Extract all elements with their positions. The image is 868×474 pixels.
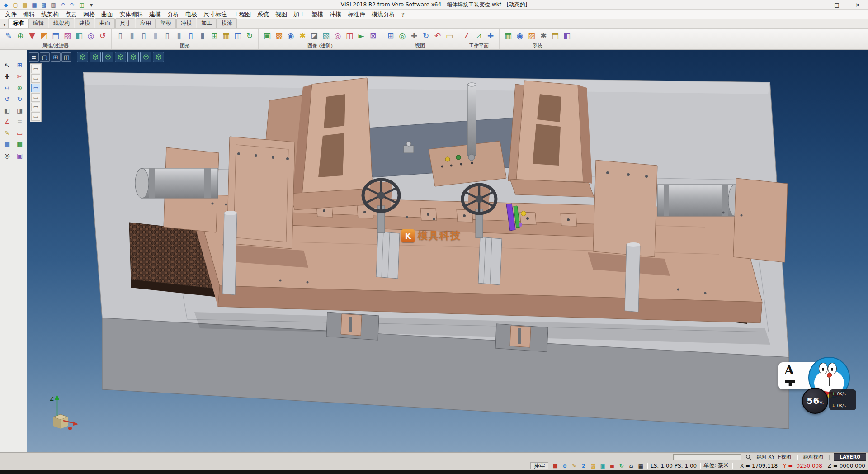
menu-item[interactable]: 冲模 xyxy=(326,9,344,19)
new-file-icon[interactable]: ▢ xyxy=(11,1,20,9)
pan-icon[interactable]: ✚ xyxy=(409,30,420,42)
previous-view-icon[interactable]: ↶ xyxy=(432,30,443,42)
trim-icon[interactable]: ✂ xyxy=(14,71,26,81)
save-icon[interactable]: ▦ xyxy=(30,1,39,9)
material-icon[interactable]: ◉ xyxy=(285,30,296,42)
vertical-cylinder[interactable] xyxy=(467,83,476,161)
highlight-display-icon[interactable]: ▯ xyxy=(185,30,196,42)
search-icon[interactable] xyxy=(744,454,753,460)
filter-reset-icon[interactable]: ↺ xyxy=(97,30,108,42)
windows-taskbar[interactable] xyxy=(0,470,868,474)
ribbon-tab[interactable]: 线架构 xyxy=(49,18,74,28)
shadow-icon[interactable]: ◪ xyxy=(309,30,320,42)
3d-model[interactable]: Z xyxy=(27,50,868,453)
settings-icon[interactable]: ▦ xyxy=(503,30,514,42)
zoom-fit-icon[interactable]: ◎ xyxy=(397,30,408,42)
view-mode-button[interactable]: 绝对 XY 上视图 xyxy=(753,453,795,461)
background-icon[interactable]: ▧ xyxy=(321,30,331,42)
ribbon-tab[interactable]: 冲模 xyxy=(176,18,196,28)
regen-icon[interactable]: ↻ xyxy=(618,462,626,469)
view-cube-icon-3[interactable] xyxy=(102,52,113,62)
texture-icon[interactable]: ▩ xyxy=(274,30,284,42)
menu-item[interactable]: 视图 xyxy=(272,9,290,19)
annotate-icon[interactable]: ✎ xyxy=(570,462,578,469)
zoom-window-icon[interactable]: ⊞ xyxy=(385,30,396,42)
ribbon-tab[interactable]: 尺寸 xyxy=(115,18,135,28)
light-icon[interactable]: ✱ xyxy=(297,30,308,42)
select-box-icon[interactable]: ⊞ xyxy=(14,60,26,70)
mini-view-icon-4[interactable]: ▭ xyxy=(31,93,40,102)
workplane-entity-icon[interactable]: ⊿ xyxy=(473,30,484,42)
app-icon[interactable]: ◆ xyxy=(1,1,10,9)
layer-button[interactable]: LAYER0 xyxy=(834,453,866,461)
layer-display-icon[interactable]: ◫ xyxy=(232,30,243,42)
mini-view-icon-5[interactable]: ▭ xyxy=(31,103,40,111)
view-cube-icon-2[interactable] xyxy=(90,52,101,62)
ribbon-tab[interactable]: 建模 xyxy=(75,18,94,28)
hidden-line-icon[interactable]: ▯ xyxy=(138,30,149,42)
quick-access-more-icon[interactable]: ▾ xyxy=(87,1,96,9)
undo-icon[interactable]: ↶ xyxy=(58,1,67,9)
filter-color-icon[interactable]: ▨ xyxy=(62,30,73,42)
view-cube-icon-1[interactable] xyxy=(77,52,88,62)
save-all-icon[interactable]: ▩ xyxy=(39,1,48,9)
menu-item[interactable]: 模流分析 xyxy=(368,9,398,19)
menu-item[interactable]: 标准件 xyxy=(344,9,368,19)
rotate-view-icon[interactable]: ↻ xyxy=(420,30,431,42)
globe-icon[interactable]: ⊕ xyxy=(561,462,569,469)
info-icon[interactable]: ◧ xyxy=(561,30,572,42)
maximize-button[interactable]: □ xyxy=(826,0,847,9)
viewport-menu-icon[interactable]: ≡ xyxy=(29,52,39,62)
ghost-display-icon[interactable]: ▯ xyxy=(162,30,173,42)
dimension-icon[interactable]: ≡ xyxy=(14,116,26,127)
section-display-icon[interactable]: ▮ xyxy=(174,30,184,42)
mini-view-icon-3[interactable]: ▭ xyxy=(31,84,40,92)
view-cube-icon-4[interactable] xyxy=(115,52,126,62)
doraemon-widget[interactable]: A 56 % ↑ 0K/s ↓ 0K/s xyxy=(778,358,858,417)
measure-icon[interactable]: ∠ xyxy=(1,116,13,127)
ribbon-tab[interactable]: 曲面 xyxy=(95,18,115,28)
network-speed-badge[interactable]: ↑ 0K/s ↓ 0K/s xyxy=(829,389,856,410)
stereo-icon[interactable]: ⊠ xyxy=(368,30,378,42)
calculator-icon[interactable]: ▤ xyxy=(550,30,561,42)
tab-dropdown-icon[interactable]: ▾ xyxy=(1,21,8,28)
ribbon-tab[interactable]: 应用 xyxy=(136,18,156,28)
view-cube-icon-7[interactable] xyxy=(153,52,164,62)
shaded-display-icon[interactable]: ▮ xyxy=(127,30,137,42)
viewport[interactable]: Z ≡▢⊞◫ ▭▭▭▭▭▭ K 模具科技 A 56 xyxy=(27,50,868,453)
isolate-icon[interactable]: ◎ xyxy=(85,30,96,42)
origin-icon[interactable]: ◎ xyxy=(1,150,13,161)
animation-icon[interactable]: ► xyxy=(356,30,367,42)
globe-icon[interactable]: ◉ xyxy=(514,30,525,42)
ribbon-tab[interactable]: 编辑 xyxy=(28,18,48,28)
grid-icon[interactable]: ▦ xyxy=(14,139,26,149)
workplane-xy-icon[interactable]: ∠ xyxy=(462,30,472,42)
move-icon[interactable]: ↔ xyxy=(1,82,13,93)
group-display-icon[interactable]: ▦ xyxy=(221,30,231,42)
viewport-shade-icon[interactable]: ◫ xyxy=(61,52,71,62)
pencil-icon[interactable]: ✎ xyxy=(1,128,13,138)
open-file-icon[interactable]: ▤ xyxy=(20,1,29,9)
mirror-v-icon[interactable]: ◨ xyxy=(14,105,26,115)
wireframe-display-icon[interactable]: ▯ xyxy=(115,30,126,42)
redo-icon[interactable]: ↷ xyxy=(68,1,77,9)
selection-mask-icon[interactable]: ◧ xyxy=(74,30,85,42)
box-display-icon[interactable]: ⊞ xyxy=(209,30,220,42)
layer-2-icon[interactable]: 2 xyxy=(580,462,588,469)
attribute-copy-icon[interactable]: ⊕ xyxy=(15,30,26,42)
record-icon[interactable]: ■ xyxy=(551,462,559,469)
mini-view-icon-2[interactable]: ▭ xyxy=(31,74,40,83)
snap-grid-icon[interactable]: ▣ xyxy=(599,462,607,469)
named-view-icon[interactable]: ▭ xyxy=(444,30,455,42)
snapshot-icon[interactable]: ◫ xyxy=(344,30,355,42)
ribbon-tab[interactable]: 塑模 xyxy=(156,18,176,28)
menu-item[interactable]: 加工 xyxy=(290,9,308,19)
rotate-cw-icon[interactable]: ↻ xyxy=(14,94,26,104)
mini-view-icon-1[interactable]: ▭ xyxy=(31,65,40,73)
refresh-display-icon[interactable]: ↻ xyxy=(244,30,255,42)
filter-layer-icon[interactable]: ▤ xyxy=(50,30,61,42)
render-icon[interactable]: ▣ xyxy=(262,30,273,42)
edge-display-icon[interactable]: ▮ xyxy=(197,30,208,42)
menu-item[interactable]: ? xyxy=(398,10,408,19)
transparency-icon[interactable]: ▮ xyxy=(150,30,161,42)
